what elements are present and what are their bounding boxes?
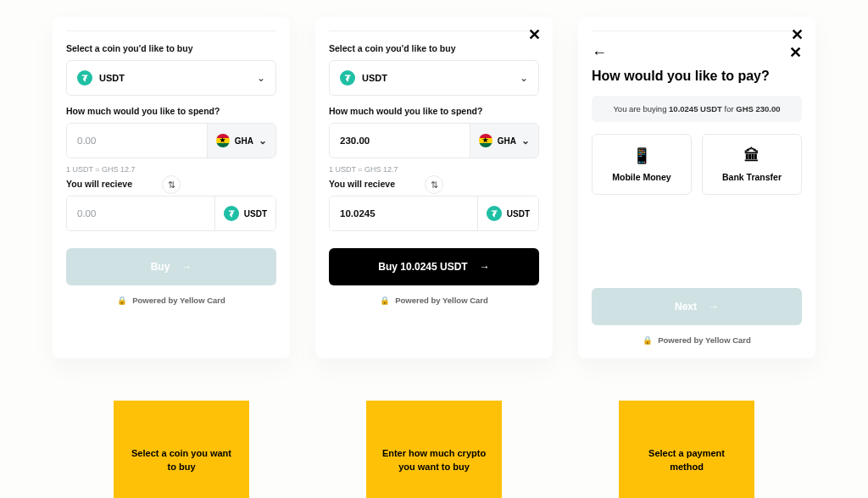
receive-value[interactable]: 0.00 bbox=[67, 196, 214, 230]
receive-input[interactable]: 0.00 ₮ USDT bbox=[66, 196, 276, 231]
close-button-inner[interactable]: ✕ bbox=[789, 43, 802, 62]
next-button-label: Next bbox=[675, 301, 697, 313]
chevron-down-icon: ⌄ bbox=[520, 72, 528, 84]
buy-card-empty: Select a coin you'd like to buy ₮ USDT ⌄… bbox=[53, 17, 290, 358]
chevron-down-icon: ⌄ bbox=[257, 72, 265, 84]
powered-by-footer: 🔒 Powered by Yellow Card bbox=[66, 296, 276, 305]
sticky-note-3: Select a payment method bbox=[619, 401, 754, 498]
receive-input[interactable]: 10.0245 ₮ USDT bbox=[329, 196, 539, 231]
footer-text: Powered by Yellow Card bbox=[395, 296, 488, 305]
bank-icon: 🏛 bbox=[744, 147, 760, 165]
currency-code: GHA bbox=[498, 136, 516, 146]
ghana-flag-icon bbox=[479, 134, 492, 147]
spend-input[interactable]: 230.00 GHA ⌄ bbox=[329, 123, 539, 158]
back-button[interactable]: ← bbox=[592, 44, 607, 62]
exchange-rate: 1 USDT = GHS 12.7 bbox=[66, 165, 276, 174]
tether-icon: ₮ bbox=[224, 206, 239, 221]
buy-card-filled: ✕ Select a coin you'd like to buy ₮ USDT… bbox=[315, 17, 553, 358]
exchange-rate: 1 USDT = GHS 12.7 bbox=[329, 165, 539, 174]
chevron-down-icon: ⌄ bbox=[521, 135, 530, 147]
purchase-summary: You are buying 10.0245 USDT for GHS 230.… bbox=[592, 96, 802, 122]
payment-method-card: ✕ ← ✕ How would you like to pay? You are… bbox=[578, 17, 815, 358]
spend-label: How much would you like to spend? bbox=[66, 106, 276, 116]
receive-currency: ₮ USDT bbox=[214, 196, 275, 230]
tether-icon: ₮ bbox=[487, 206, 502, 221]
summary-pre: You are buying bbox=[613, 104, 669, 113]
lock-icon: 🔒 bbox=[117, 296, 127, 305]
divider bbox=[592, 30, 802, 31]
payment-option-label: Mobile Money bbox=[612, 172, 670, 182]
select-coin-label: Select a coin you'd like to buy bbox=[329, 43, 539, 53]
coin-select[interactable]: ₮ USDT ⌄ bbox=[66, 60, 276, 96]
powered-by-footer: 🔒 Powered by Yellow Card bbox=[592, 335, 802, 345]
spend-value[interactable]: 230.00 bbox=[330, 124, 470, 158]
summary-price: GHS 230.00 bbox=[736, 104, 780, 113]
footer-text: Powered by Yellow Card bbox=[132, 296, 225, 305]
currency-code: GHA bbox=[235, 136, 253, 146]
close-button[interactable]: ✕ bbox=[528, 25, 541, 44]
receive-coin-symbol: USDT bbox=[507, 209, 530, 219]
spend-label: How much would you like to spend? bbox=[329, 106, 539, 116]
tether-icon: ₮ bbox=[340, 70, 355, 86]
lock-icon: 🔒 bbox=[643, 335, 653, 345]
payment-option-label: Bank Transfer bbox=[722, 172, 782, 182]
chevron-down-icon: ⌄ bbox=[259, 135, 267, 147]
currency-select[interactable]: GHA ⌄ bbox=[470, 124, 538, 158]
powered-by-footer: 🔒 Powered by Yellow Card bbox=[329, 296, 539, 305]
currency-select[interactable]: GHA ⌄ bbox=[207, 124, 275, 158]
lock-icon: 🔒 bbox=[380, 296, 390, 305]
receive-coin-symbol: USDT bbox=[244, 209, 267, 219]
payment-heading: How would you like to pay? bbox=[592, 69, 802, 84]
sticky-note-2: Enter how much crypto you want to buy bbox=[366, 401, 502, 498]
summary-mid: for bbox=[722, 104, 736, 113]
phone-icon: 📱 bbox=[632, 147, 651, 165]
ghana-flag-icon bbox=[216, 134, 230, 147]
sticky-note-1: Select a coin you want to buy bbox=[114, 401, 249, 498]
summary-amount: 10.0245 USDT bbox=[669, 104, 722, 113]
receive-value[interactable]: 10.0245 bbox=[330, 196, 477, 230]
buy-button-label: Buy 10.0245 USDT bbox=[378, 261, 467, 273]
tether-icon: ₮ bbox=[77, 70, 92, 86]
spend-value[interactable]: 0.00 bbox=[67, 124, 207, 158]
coin-symbol: USDT bbox=[362, 73, 387, 83]
divider bbox=[66, 30, 276, 31]
divider bbox=[329, 30, 539, 31]
coin-symbol: USDT bbox=[99, 73, 125, 83]
footer-text: Powered by Yellow Card bbox=[658, 335, 751, 345]
sticky-notes-row: Select a coin you want to buy Enter how … bbox=[51, 401, 817, 498]
payment-option-mobile-money[interactable]: 📱 Mobile Money bbox=[592, 134, 692, 195]
next-button[interactable]: Next bbox=[592, 288, 802, 325]
spend-input[interactable]: 0.00 GHA ⌄ bbox=[66, 123, 276, 158]
buy-button[interactable]: Buy 10.0245 USDT bbox=[329, 248, 539, 285]
payment-option-bank-transfer[interactable]: 🏛 Bank Transfer bbox=[702, 134, 802, 195]
coin-select[interactable]: ₮ USDT ⌄ bbox=[329, 60, 539, 96]
select-coin-label: Select a coin you'd like to buy bbox=[66, 43, 276, 53]
buy-button-label: Buy bbox=[151, 261, 170, 273]
swap-button[interactable]: ⇅ bbox=[425, 175, 443, 194]
close-button[interactable]: ✕ bbox=[791, 25, 804, 44]
coin-value: ₮ USDT bbox=[77, 70, 125, 86]
swap-button[interactable]: ⇅ bbox=[162, 175, 181, 194]
coin-value: ₮ USDT bbox=[340, 70, 387, 86]
buy-button[interactable]: Buy bbox=[66, 248, 276, 285]
receive-currency: ₮ USDT bbox=[477, 196, 538, 230]
